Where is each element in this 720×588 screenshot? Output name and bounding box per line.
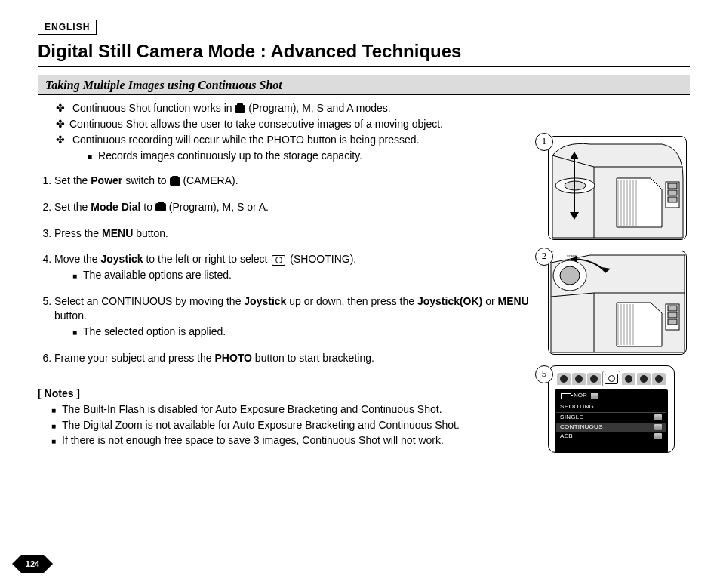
figure-badge-1: 1 — [535, 133, 553, 151]
svg-rect-3 — [668, 183, 677, 189]
lcd-tab — [652, 373, 666, 385]
lcd-nor-text: NOR — [574, 392, 587, 400]
figure-badge-5: 5 — [535, 365, 553, 383]
notes-list: The Built-In Flash is disabled for Auto … — [51, 402, 536, 448]
svg-rect-4 — [668, 190, 677, 195]
lcd-tab — [587, 373, 601, 385]
intro-item-3: Continuous recording will occur while th… — [56, 133, 536, 163]
camera-icon — [170, 177, 180, 186]
shooting-icon — [272, 255, 285, 266]
language-badge: ENGLISH — [38, 20, 97, 35]
note-1: The Built-In Flash is disabled for Auto … — [51, 402, 536, 417]
lcd-panel: NOR SHOOTING SINGLE CONTINUOUS AEB — [548, 365, 675, 453]
lcd-tab-shooting — [602, 371, 620, 386]
camera-icon — [235, 105, 245, 113]
lcd-option-single: SINGLE — [556, 413, 666, 423]
lcd-tab — [637, 373, 651, 385]
intro-item-2: Continuous Shot allows the user to take … — [56, 117, 536, 131]
card-icon — [591, 393, 598, 399]
camera-svg-1 — [549, 137, 686, 239]
section-subtitle: Taking Multiple Images using Continuous … — [38, 75, 690, 96]
lcd-tab-row — [555, 371, 668, 386]
svg-rect-10 — [668, 306, 677, 311]
main-content: Continuous Shot function works in (Progr… — [38, 101, 690, 458]
figures-column: 1 — [548, 136, 690, 453]
note-3: If there is not enough free space to sav… — [51, 433, 536, 448]
figure-2: 2 S — [548, 251, 690, 355]
thumb-icon — [654, 433, 662, 439]
svg-rect-12 — [668, 319, 677, 325]
intro-item-1: Continuous Shot function works in (Progr… — [56, 101, 536, 115]
camera-svg-2: SCENE — [549, 251, 686, 354]
step-2: Set the Mode Dial to (Program), M, S or … — [54, 200, 536, 214]
battery-icon — [561, 393, 571, 399]
lcd-option-continuous: CONTINUOUS — [556, 423, 666, 433]
document-page: ENGLISH Digital Still Camera Mode : Adva… — [0, 0, 720, 588]
note-2: The Digital Zoom is not available for Au… — [51, 418, 536, 433]
figure-1: 1 — [548, 136, 690, 240]
lcd-option-aeb: AEB — [556, 432, 666, 442]
svg-rect-11 — [668, 312, 677, 318]
camera-sketch-2: SCENE — [548, 251, 687, 355]
step-5-sub: The selected option is applied. — [72, 325, 536, 339]
step-4-sub: The available options are listed. — [72, 268, 536, 282]
camera-sketch-1 — [548, 136, 687, 240]
lcd-body: NOR SHOOTING SINGLE CONTINUOUS AEB — [555, 389, 668, 453]
notes-header: [ Notes ] — [38, 386, 536, 401]
figure-badge-2: 2 — [535, 248, 553, 266]
lcd-status-row: NOR — [556, 391, 666, 402]
lcd-tab — [572, 373, 586, 385]
steps-list: Set the Power switch to (CAMERA). Set th… — [54, 174, 536, 365]
figure-5: 5 NOR — [548, 365, 690, 453]
step-4: Move the Joystick to the left or right t… — [54, 252, 536, 282]
step-6: Frame your subject and press the PHOTO b… — [54, 351, 536, 365]
svg-point-14 — [560, 266, 580, 285]
step-1: Set the Power switch to (CAMERA). — [54, 174, 536, 188]
text-column: Continuous Shot function works in (Progr… — [38, 101, 536, 458]
lcd-section-header: SHOOTING — [556, 402, 666, 413]
page-number: 124 — [12, 555, 53, 573]
svg-rect-5 — [668, 197, 677, 202]
lcd-tab — [557, 373, 571, 385]
thumb-icon — [654, 414, 662, 420]
step-3: Press the MENU button. — [54, 226, 536, 241]
step-5: Select an CONTINUOUS by moving the Joyst… — [54, 294, 536, 339]
page-title: Digital Still Camera Mode : Advanced Tec… — [38, 39, 690, 66]
lcd-tab — [622, 373, 635, 385]
thumb-icon — [654, 424, 662, 430]
intro-subitem-3a: Records images continuously up to the st… — [88, 149, 536, 163]
shooting-icon — [605, 374, 618, 384]
intro-list: Continuous Shot function works in (Progr… — [56, 101, 536, 163]
camera-icon — [155, 203, 166, 211]
